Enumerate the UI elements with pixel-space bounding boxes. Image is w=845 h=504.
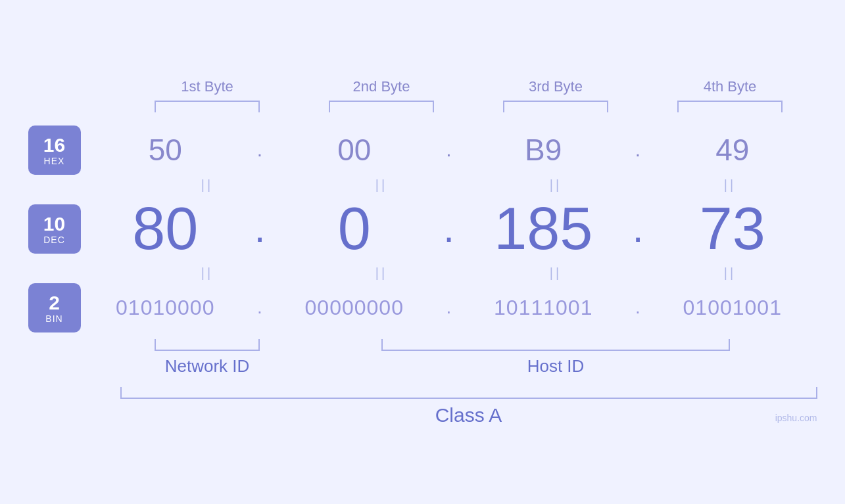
top-bracket-3	[469, 101, 643, 112]
bin-dot-2: .	[439, 297, 459, 318]
eq2-byte3: ||	[469, 265, 643, 281]
byte3-header: 3rd Byte	[469, 78, 643, 95]
byte4-header: 4th Byte	[643, 78, 817, 95]
bin-dot-1: .	[250, 297, 270, 318]
ip-diagram: 1st Byte 2nd Byte 3rd Byte 4th Byte 16 H…	[28, 78, 817, 426]
bottom-brackets-row	[120, 339, 817, 351]
hex-byte4: 49	[648, 132, 817, 168]
dec-dot-3: .	[628, 209, 648, 248]
watermark: ipshu.com	[775, 413, 817, 423]
eq2-byte1: ||	[120, 265, 295, 281]
network-bracket-cell	[120, 339, 295, 351]
hex-dot-2: .	[439, 139, 459, 161]
bin-byte3: 10111001	[459, 296, 629, 320]
eq1-byte2: ||	[295, 177, 469, 193]
dec-row: 10 DEC 80 . 0 . 185 . 73	[28, 195, 817, 263]
host-bracket	[381, 339, 730, 351]
byte1-header: 1st Byte	[120, 78, 295, 95]
dec-values-area: 80 . 0 . 185 . 73	[81, 195, 817, 263]
hex-byte1: 50	[81, 132, 251, 168]
top-bracket-1	[120, 101, 295, 112]
hex-dot-3: .	[628, 139, 648, 161]
network-bracket	[155, 339, 260, 351]
bin-byte1: 01010000	[81, 296, 251, 320]
equals-row-1: || || || ||	[120, 177, 817, 193]
dec-dot-1: .	[250, 209, 270, 248]
equals-row-2: || || || ||	[120, 265, 817, 281]
eq2-byte4: ||	[643, 265, 817, 281]
bin-badge: 2 BIN	[28, 283, 81, 332]
hex-badge: 16 HEX	[28, 126, 81, 175]
class-section: Class A	[120, 387, 817, 426]
dec-byte1: 80	[81, 195, 251, 263]
dec-byte4: 73	[648, 195, 817, 263]
byte2-header: 2nd Byte	[295, 78, 469, 95]
hex-row: 16 HEX 50 . 00 . B9 . 49	[28, 126, 817, 175]
top-brackets	[120, 101, 817, 112]
top-bracket-2	[295, 101, 469, 112]
byte-headers: 1st Byte 2nd Byte 3rd Byte 4th Byte	[120, 78, 817, 95]
dec-badge: 10 DEC	[28, 204, 81, 254]
class-label: Class A	[120, 404, 817, 426]
network-id-label: Network ID	[120, 356, 295, 377]
hex-byte2: 00	[270, 132, 439, 168]
class-bracket	[120, 387, 817, 399]
bin-byte2: 00000000	[270, 296, 439, 320]
network-host-labels: Network ID Host ID	[120, 356, 817, 377]
hex-values-area: 50 . 00 . B9 . 49	[81, 132, 817, 168]
top-bracket-4	[643, 101, 817, 112]
eq1-byte4: ||	[643, 177, 817, 193]
eq2-byte2: ||	[295, 265, 469, 281]
dec-byte3: 185	[459, 195, 629, 263]
host-bracket-cell	[295, 339, 817, 351]
eq1-byte1: ||	[120, 177, 295, 193]
bin-byte4: 01001001	[648, 296, 817, 320]
dec-dot-2: .	[439, 209, 459, 248]
bin-values-area: 01010000 . 00000000 . 10111001 . 0100100…	[81, 296, 817, 320]
host-id-label: Host ID	[295, 356, 817, 377]
hex-dot-1: .	[250, 139, 270, 161]
bin-dot-3: .	[628, 297, 648, 318]
network-host-section: Network ID Host ID	[120, 339, 817, 377]
bin-row: 2 BIN 01010000 . 00000000 . 10111001 . 0…	[28, 283, 817, 332]
dec-byte2: 0	[270, 195, 439, 263]
eq1-byte3: ||	[469, 177, 643, 193]
hex-byte3: B9	[459, 132, 629, 168]
